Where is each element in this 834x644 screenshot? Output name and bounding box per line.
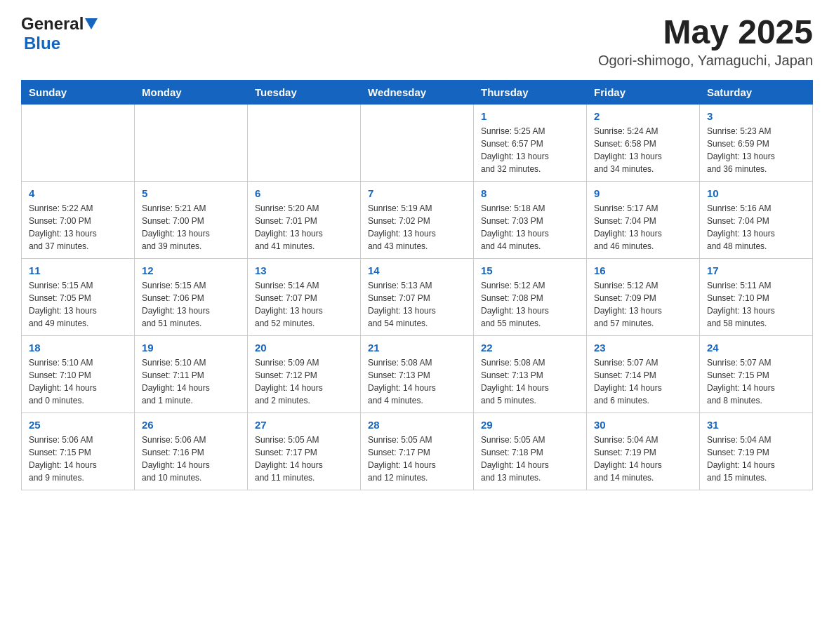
day-info: Sunrise: 5:19 AM Sunset: 7:02 PM Dayligh… — [368, 202, 466, 253]
calendar-cell: 22Sunrise: 5:08 AM Sunset: 7:13 PM Dayli… — [474, 335, 587, 412]
day-info: Sunrise: 5:07 AM Sunset: 7:14 PM Dayligh… — [594, 356, 692, 407]
day-info: Sunrise: 5:23 AM Sunset: 6:59 PM Dayligh… — [707, 125, 805, 175]
day-number: 2 — [594, 110, 692, 122]
calendar-cell: 27Sunrise: 5:05 AM Sunset: 7:17 PM Dayli… — [248, 412, 361, 490]
days-of-week-row: Sunday Monday Tuesday Wednesday Thursday… — [22, 80, 813, 104]
col-sunday: Sunday — [22, 80, 135, 104]
logo-triangle-icon — [85, 18, 98, 31]
day-info: Sunrise: 5:12 AM Sunset: 7:09 PM Dayligh… — [594, 279, 692, 330]
day-info: Sunrise: 5:05 AM Sunset: 7:18 PM Dayligh… — [481, 434, 579, 484]
calendar-cell: 15Sunrise: 5:12 AM Sunset: 7:08 PM Dayli… — [474, 258, 587, 335]
logo-general-text: General — [21, 14, 84, 34]
calendar-cell — [361, 104, 474, 181]
day-number: 5 — [142, 187, 240, 199]
title-block: May 2025 Ogori-shimogo, Yamaguchi, Japan — [598, 14, 813, 69]
day-info: Sunrise: 5:10 AM Sunset: 7:11 PM Dayligh… — [142, 356, 240, 407]
day-info: Sunrise: 5:05 AM Sunset: 7:17 PM Dayligh… — [255, 434, 353, 484]
calendar-cell: 17Sunrise: 5:11 AM Sunset: 7:10 PM Dayli… — [700, 258, 813, 335]
day-number: 24 — [707, 342, 805, 354]
day-number: 30 — [594, 419, 692, 431]
calendar-cell: 6Sunrise: 5:20 AM Sunset: 7:01 PM Daylig… — [248, 181, 361, 258]
day-number: 21 — [368, 342, 466, 354]
day-number: 28 — [368, 419, 466, 431]
day-number: 31 — [707, 419, 805, 431]
col-friday: Friday — [587, 80, 700, 104]
day-info: Sunrise: 5:15 AM Sunset: 7:05 PM Dayligh… — [29, 279, 127, 330]
day-info: Sunrise: 5:11 AM Sunset: 7:10 PM Dayligh… — [707, 279, 805, 330]
calendar-cell: 29Sunrise: 5:05 AM Sunset: 7:18 PM Dayli… — [474, 412, 587, 490]
day-info: Sunrise: 5:09 AM Sunset: 7:12 PM Dayligh… — [255, 356, 353, 407]
calendar-cell: 14Sunrise: 5:13 AM Sunset: 7:07 PM Dayli… — [361, 258, 474, 335]
calendar-cell: 16Sunrise: 5:12 AM Sunset: 7:09 PM Dayli… — [587, 258, 700, 335]
svg-marker-0 — [85, 18, 98, 29]
calendar-cell: 10Sunrise: 5:16 AM Sunset: 7:04 PM Dayli… — [700, 181, 813, 258]
day-number: 17 — [707, 264, 805, 276]
calendar-cell: 25Sunrise: 5:06 AM Sunset: 7:15 PM Dayli… — [22, 412, 135, 490]
day-info: Sunrise: 5:21 AM Sunset: 7:00 PM Dayligh… — [142, 202, 240, 253]
day-info: Sunrise: 5:10 AM Sunset: 7:10 PM Dayligh… — [29, 356, 127, 407]
logo-blue-text: Blue — [24, 34, 60, 53]
day-number: 9 — [594, 187, 692, 199]
calendar-header: Sunday Monday Tuesday Wednesday Thursday… — [22, 80, 813, 104]
day-info: Sunrise: 5:13 AM Sunset: 7:07 PM Dayligh… — [368, 279, 466, 330]
page-header: General Blue May 2025 Ogori-shimogo, Yam… — [21, 14, 813, 69]
calendar-cell — [135, 104, 248, 181]
calendar-cell: 21Sunrise: 5:08 AM Sunset: 7:13 PM Dayli… — [361, 335, 474, 412]
day-info: Sunrise: 5:08 AM Sunset: 7:13 PM Dayligh… — [481, 356, 579, 407]
day-info: Sunrise: 5:05 AM Sunset: 7:17 PM Dayligh… — [368, 434, 466, 484]
day-number: 20 — [255, 342, 353, 354]
calendar-cell: 24Sunrise: 5:07 AM Sunset: 7:15 PM Dayli… — [700, 335, 813, 412]
day-info: Sunrise: 5:07 AM Sunset: 7:15 PM Dayligh… — [707, 356, 805, 407]
day-number: 13 — [255, 264, 353, 276]
day-number: 26 — [142, 419, 240, 431]
day-number: 15 — [481, 264, 579, 276]
calendar-cell: 26Sunrise: 5:06 AM Sunset: 7:16 PM Dayli… — [135, 412, 248, 490]
day-info: Sunrise: 5:22 AM Sunset: 7:00 PM Dayligh… — [29, 202, 127, 253]
col-thursday: Thursday — [474, 80, 587, 104]
day-info: Sunrise: 5:24 AM Sunset: 6:58 PM Dayligh… — [594, 125, 692, 175]
calendar-cell: 3Sunrise: 5:23 AM Sunset: 6:59 PM Daylig… — [700, 104, 813, 181]
day-info: Sunrise: 5:04 AM Sunset: 7:19 PM Dayligh… — [707, 434, 805, 484]
day-number: 10 — [707, 187, 805, 199]
day-info: Sunrise: 5:15 AM Sunset: 7:06 PM Dayligh… — [142, 279, 240, 330]
calendar-week-row: 1Sunrise: 5:25 AM Sunset: 6:57 PM Daylig… — [22, 104, 813, 181]
col-saturday: Saturday — [700, 80, 813, 104]
day-info: Sunrise: 5:06 AM Sunset: 7:16 PM Dayligh… — [142, 434, 240, 484]
day-number: 12 — [142, 264, 240, 276]
day-number: 4 — [29, 187, 127, 199]
day-number: 19 — [142, 342, 240, 354]
day-info: Sunrise: 5:14 AM Sunset: 7:07 PM Dayligh… — [255, 279, 353, 330]
day-info: Sunrise: 5:18 AM Sunset: 7:03 PM Dayligh… — [481, 202, 579, 253]
calendar-cell: 4Sunrise: 5:22 AM Sunset: 7:00 PM Daylig… — [22, 181, 135, 258]
day-number: 11 — [29, 264, 127, 276]
calendar-cell: 9Sunrise: 5:17 AM Sunset: 7:04 PM Daylig… — [587, 181, 700, 258]
calendar-cell: 19Sunrise: 5:10 AM Sunset: 7:11 PM Dayli… — [135, 335, 248, 412]
calendar-cell: 20Sunrise: 5:09 AM Sunset: 7:12 PM Dayli… — [248, 335, 361, 412]
day-number: 23 — [594, 342, 692, 354]
calendar-cell: 31Sunrise: 5:04 AM Sunset: 7:19 PM Dayli… — [700, 412, 813, 490]
col-monday: Monday — [135, 80, 248, 104]
day-number: 18 — [29, 342, 127, 354]
day-number: 29 — [481, 419, 579, 431]
col-wednesday: Wednesday — [361, 80, 474, 104]
calendar-body: 1Sunrise: 5:25 AM Sunset: 6:57 PM Daylig… — [22, 104, 813, 490]
calendar-table: Sunday Monday Tuesday Wednesday Thursday… — [21, 80, 813, 490]
day-number: 8 — [481, 187, 579, 199]
calendar-cell: 11Sunrise: 5:15 AM Sunset: 7:05 PM Dayli… — [22, 258, 135, 335]
calendar-cell: 13Sunrise: 5:14 AM Sunset: 7:07 PM Dayli… — [248, 258, 361, 335]
calendar-cell: 18Sunrise: 5:10 AM Sunset: 7:10 PM Dayli… — [22, 335, 135, 412]
col-tuesday: Tuesday — [248, 80, 361, 104]
calendar-cell: 2Sunrise: 5:24 AM Sunset: 6:58 PM Daylig… — [587, 104, 700, 181]
calendar-week-row: 25Sunrise: 5:06 AM Sunset: 7:15 PM Dayli… — [22, 412, 813, 490]
day-number: 3 — [707, 110, 805, 122]
day-number: 16 — [594, 264, 692, 276]
day-number: 27 — [255, 419, 353, 431]
day-info: Sunrise: 5:08 AM Sunset: 7:13 PM Dayligh… — [368, 356, 466, 407]
day-info: Sunrise: 5:25 AM Sunset: 6:57 PM Dayligh… — [481, 125, 579, 175]
calendar-cell: 30Sunrise: 5:04 AM Sunset: 7:19 PM Dayli… — [587, 412, 700, 490]
calendar-cell: 7Sunrise: 5:19 AM Sunset: 7:02 PM Daylig… — [361, 181, 474, 258]
calendar-week-row: 11Sunrise: 5:15 AM Sunset: 7:05 PM Dayli… — [22, 258, 813, 335]
calendar-cell: 12Sunrise: 5:15 AM Sunset: 7:06 PM Dayli… — [135, 258, 248, 335]
calendar-cell: 28Sunrise: 5:05 AM Sunset: 7:17 PM Dayli… — [361, 412, 474, 490]
day-number: 25 — [29, 419, 127, 431]
